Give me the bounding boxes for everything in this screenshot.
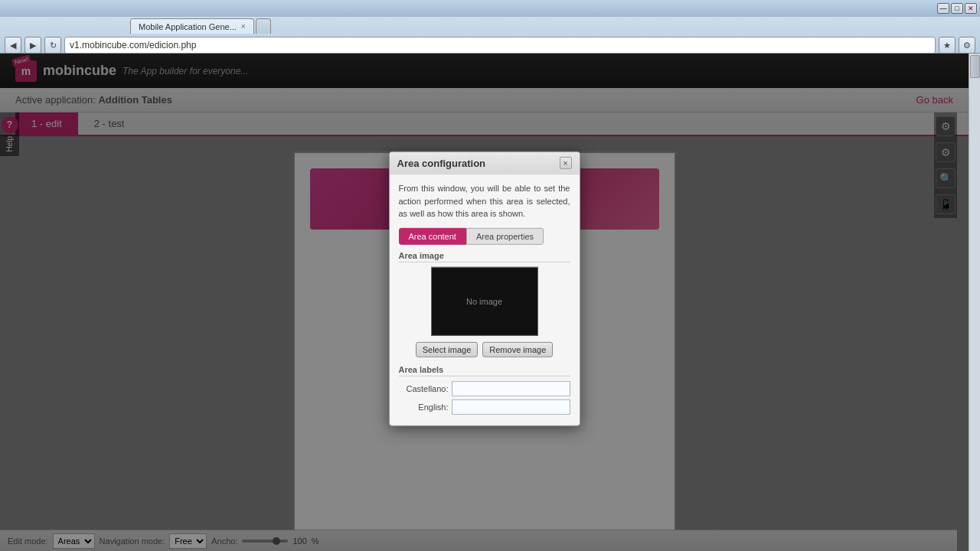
forward-button[interactable]: ▶ [24, 37, 41, 54]
label-row-castellano: Castellano: [399, 380, 570, 396]
modal-tab-area-properties[interactable]: Area properties [466, 227, 544, 244]
browser-tab-bar: Mobile Application Gene... × [0, 17, 980, 34]
bookmark-button[interactable]: ★ [939, 37, 956, 54]
label-castellano-input[interactable] [452, 380, 570, 396]
modal-tab-area-content[interactable]: Area content [399, 227, 466, 244]
modal-title: Area configuration [397, 157, 486, 168]
image-buttons: Select image Remove image [399, 341, 570, 357]
label-row-english: English: [399, 399, 570, 414]
new-tab-button[interactable] [256, 18, 271, 34]
browser-tab[interactable]: Mobile Application Gene... × [130, 18, 254, 34]
modal-close-button[interactable]: × [560, 157, 572, 169]
area-labels-section: Area labels Castellano: English: [399, 364, 570, 414]
select-image-button[interactable]: Select image [416, 341, 479, 357]
label-castellano-name: Castellano: [399, 383, 449, 393]
modal-header: Area configuration × [390, 152, 580, 174]
back-button[interactable]: ◀ [5, 37, 21, 54]
refresh-button[interactable]: ↻ [44, 37, 61, 54]
modal-description: From this window, you will be able to se… [399, 182, 570, 220]
label-english-name: English: [399, 402, 449, 411]
browser-chrome: — □ ✕ Mobile Application Gene... × ◀ ▶ ↻… [0, 0, 980, 54]
title-bar: — □ ✕ [0, 0, 980, 17]
page-content: New! m mobincube The App builder for eve… [0, 54, 969, 551]
remove-image-button[interactable]: Remove image [482, 341, 553, 357]
image-preview: No image [431, 266, 538, 335]
modal-tabs: Area content Area properties [399, 227, 570, 244]
tools-button[interactable]: ⚙ [959, 37, 975, 54]
page-scrollbar[interactable] [969, 54, 980, 551]
label-english-input[interactable] [452, 399, 570, 414]
area-labels-heading: Area labels [399, 364, 570, 376]
area-image-heading: Area image [399, 250, 570, 262]
area-configuration-modal: Area configuration × From this window, y… [389, 152, 580, 426]
no-image-text: No image [466, 296, 502, 305]
modal-body: From this window, you will be able to se… [390, 174, 580, 425]
maximize-button[interactable]: □ [951, 3, 963, 14]
scrollbar-thumb[interactable] [970, 55, 980, 78]
minimize-button[interactable]: — [937, 3, 949, 14]
address-bar[interactable]: v1.mobincube.com/edicion.php [64, 37, 936, 54]
browser-tab-close[interactable]: × [241, 22, 246, 31]
close-button[interactable]: ✕ [965, 3, 977, 14]
